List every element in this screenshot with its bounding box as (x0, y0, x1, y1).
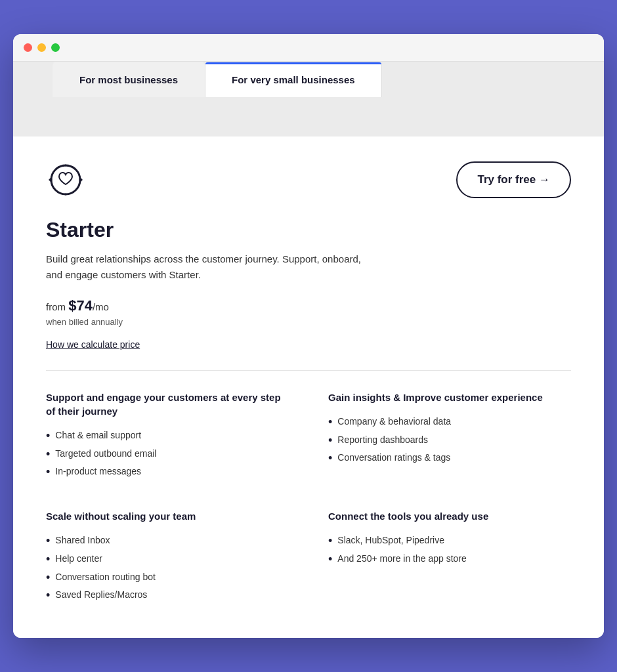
close-button[interactable] (24, 43, 32, 52)
plan-header: Try for free → (46, 160, 571, 200)
list-item: Conversation ratings & tags (328, 450, 571, 468)
list-item: Company & behavioral data (328, 413, 571, 432)
price-amount: $74 (68, 297, 93, 314)
tab-most-businesses[interactable]: For most businesses (53, 62, 205, 97)
feature-group-engage: Support and engage your customers at eve… (46, 390, 289, 482)
titlebar (13, 34, 604, 62)
svg-marker-1 (49, 177, 51, 182)
list-item: In-product messages (46, 463, 289, 482)
feature-group-scale-title: Scale without scaling your team (46, 509, 289, 523)
gray-spacer (13, 97, 604, 136)
feature-list-scale: Shared Inbox Help center Conversation ro… (46, 532, 289, 605)
list-item: Slack, HubSpot, Pipedrive (328, 532, 571, 551)
feature-group-connect: Connect the tools you already use Slack,… (328, 509, 571, 605)
calculate-price-link[interactable]: How we calculate price (46, 339, 140, 350)
features-grid: Support and engage your customers at eve… (46, 390, 571, 612)
section-divider (46, 370, 571, 371)
list-item: And 250+ more in the app store (328, 551, 571, 569)
feature-group-insights: Gain insights & Improve customer experie… (328, 390, 571, 482)
minimize-button[interactable] (37, 43, 46, 52)
price-line: from $74/mo (46, 297, 571, 314)
billing-note: when billed annually (46, 317, 571, 327)
list-item: Conversation routing bot (46, 569, 289, 587)
plan-description: Build great relationships across the cus… (46, 251, 374, 283)
list-item: Reporting dashboards (328, 432, 571, 450)
feature-list-engage: Chat & email support Targeted outbound e… (46, 427, 289, 482)
svg-marker-0 (80, 177, 83, 182)
feature-group-insights-title: Gain insights & Improve customer experie… (328, 390, 571, 404)
list-item: Chat & email support (46, 427, 289, 446)
main-content: Try for free → Starter Build great relat… (13, 136, 604, 639)
price-prefix: from (46, 301, 68, 312)
tabs-bar: For most businesses For very small busin… (13, 62, 604, 97)
list-item: Shared Inbox (46, 532, 289, 551)
plan-name: Starter (46, 218, 571, 242)
feature-group-scale: Scale without scaling your team Shared I… (46, 509, 289, 605)
price-suffix: /mo (93, 301, 109, 312)
feature-list-connect: Slack, HubSpot, Pipedrive And 250+ more … (328, 532, 571, 569)
list-item: Help center (46, 551, 289, 569)
list-item: Saved Replies/Macros (46, 587, 289, 605)
maximize-button[interactable] (51, 43, 60, 52)
list-item: Targeted outbound email (46, 446, 289, 464)
starter-icon (46, 160, 85, 200)
feature-group-engage-title: Support and engage your customers at eve… (46, 390, 289, 418)
browser-window: For most businesses For very small busin… (13, 34, 604, 639)
try-for-free-button[interactable]: Try for free → (456, 161, 571, 198)
tab-small-businesses[interactable]: For very small businesses (205, 62, 382, 97)
feature-group-connect-title: Connect the tools you already use (328, 509, 571, 523)
feature-list-insights: Company & behavioral data Reporting dash… (328, 413, 571, 468)
